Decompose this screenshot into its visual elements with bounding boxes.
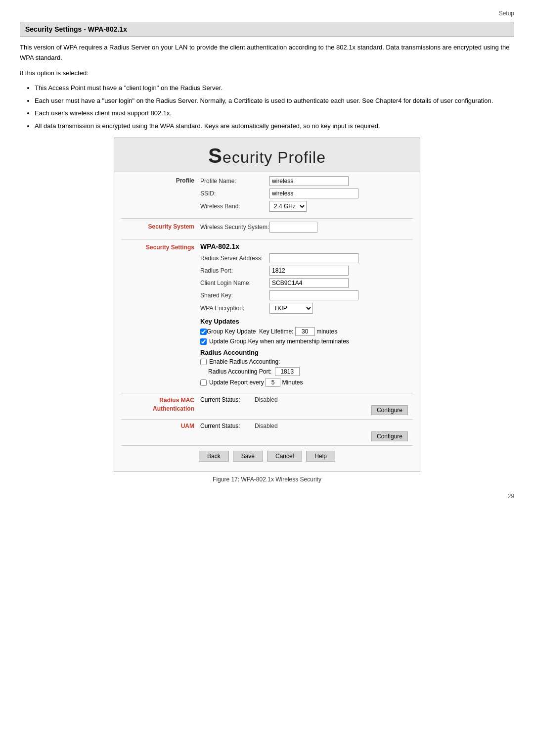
- shared-key-row: Shared Key:: [200, 290, 413, 300]
- shared-key-input[interactable]: [269, 290, 358, 300]
- wpa-encryption-label: WPA Encryption:: [200, 305, 269, 312]
- page-header: Setup: [20, 10, 514, 17]
- security-system-label: Security System: [121, 222, 200, 231]
- sp-inner-content: Profile Profile Name: SSID: Wireless Ban…: [114, 172, 420, 472]
- enable-radius-row: Enable Radius Accounting:: [200, 358, 413, 365]
- section-title: Security Settings - WPA-802.1x: [20, 22, 514, 37]
- wireless-band-row: Wireless Band: 2.4 GHz 5 GHz: [200, 201, 413, 212]
- ssid-input[interactable]: [269, 189, 358, 198]
- radius-accounting-port-input[interactable]: [275, 367, 300, 376]
- bullet-item-3: Each user's wireless client must support…: [35, 108, 514, 118]
- radius-mac-status-row: Current Status: Disabled: [200, 396, 413, 403]
- ssid-row: SSID:: [200, 189, 413, 198]
- minutes-label: minutes: [316, 328, 337, 335]
- if-selected-label: If this option is selected:: [20, 68, 514, 79]
- security-settings-title: WPA-802.1x: [200, 242, 413, 250]
- radius-mac-label: Radius MAC Authentication: [121, 396, 200, 413]
- bullet-item-1: This Access Point must have a "client lo…: [35, 83, 514, 93]
- uam-row: UAM Current Status: Disabled Configure: [121, 423, 413, 441]
- big-s: S: [208, 144, 222, 167]
- group-key-update-label: Group Key Update: [207, 328, 256, 335]
- radius-mac-status-label: Current Status:: [200, 396, 255, 403]
- uam-fields: Current Status: Disabled Configure: [200, 423, 413, 441]
- uam-status-row: Current Status: Disabled: [200, 423, 413, 429]
- save-button[interactable]: Save: [233, 451, 263, 462]
- radius-mac-row: Radius MAC Authentication Current Status…: [121, 396, 413, 415]
- setup-label: Setup: [499, 10, 514, 17]
- description-text: This version of WPA requires a Radius Se…: [20, 43, 514, 63]
- key-lifetime-label: Key Lifetime:: [259, 328, 293, 335]
- enable-radius-checkbox[interactable]: [200, 359, 207, 365]
- update-group-key-checkbox[interactable]: [200, 338, 207, 345]
- key-updates-title: Key Updates: [200, 318, 413, 325]
- security-profile-box: Security Profile Profile Profile Name: S…: [114, 138, 420, 472]
- radius-mac-fields: Current Status: Disabled Configure: [200, 396, 413, 415]
- bullet-item-2: Each user must have a "user login" on th…: [35, 96, 514, 106]
- key-lifetime-row: Group Key Update Key Lifetime: minutes: [200, 327, 413, 336]
- wpa-encryption-select[interactable]: TKIP AES TKIP+AES: [269, 303, 313, 314]
- bullet-list: This Access Point must have a "client lo…: [35, 83, 514, 131]
- radius-accounting-port-label: Radius Accounting Port:: [208, 368, 271, 375]
- help-button[interactable]: Help: [306, 451, 335, 462]
- wireless-band-label: Wireless Band:: [200, 203, 269, 210]
- uam-status-label: Current Status:: [200, 423, 255, 429]
- sp-header: Security Profile: [114, 138, 420, 172]
- update-report-row: Update Report every Minutes: [200, 378, 413, 387]
- divider-2: [121, 239, 413, 239]
- radius-server-label: Radius Server Address:: [200, 255, 269, 262]
- update-report-input[interactable]: [266, 378, 280, 387]
- sp-header-title: Security Profile: [114, 144, 420, 168]
- uam-label: UAM: [121, 423, 200, 429]
- title-rest: ecurity Profile: [222, 148, 326, 166]
- shared-key-label: Shared Key:: [200, 292, 269, 299]
- update-group-key-label: Update Group Key when any membership ter…: [209, 338, 349, 345]
- security-system-row: Security System Wireless Security System…: [121, 222, 413, 235]
- wireless-security-select[interactable]: WPA-802.1x WPA-PSK WPA2 None: [269, 222, 317, 233]
- update-report-label: Update Report every: [209, 379, 264, 386]
- enable-radius-label: Enable Radius Accounting:: [209, 358, 280, 365]
- profile-name-input[interactable]: [269, 176, 349, 186]
- client-login-row: Client Login Name:: [200, 278, 413, 288]
- client-login-label: Client Login Name:: [200, 280, 269, 286]
- profile-fields: Profile Name: SSID: Wireless Band: 2.4 G…: [200, 176, 413, 214]
- group-key-update-checkbox[interactable]: [200, 329, 207, 335]
- ssid-label: SSID:: [200, 190, 269, 197]
- security-settings-label: Security Settings: [121, 242, 200, 252]
- client-login-input[interactable]: [269, 278, 349, 288]
- security-system-fields: Wireless Security System: WPA-802.1x WPA…: [200, 222, 413, 235]
- radius-accounting-port-row: Radius Accounting Port:: [208, 367, 413, 376]
- section-title-text: Security Settings - WPA-802.1x: [25, 25, 127, 33]
- divider-3: [121, 393, 413, 393]
- profile-name-label: Profile Name:: [200, 178, 269, 185]
- uam-configure-wrapper: Configure: [200, 430, 413, 441]
- radius-mac-configure-button[interactable]: Configure: [371, 405, 408, 415]
- uam-status-value: Disabled: [255, 423, 278, 429]
- wireless-security-label: Wireless Security System:: [200, 224, 269, 231]
- update-report-checkbox[interactable]: [200, 379, 207, 386]
- bottom-buttons: Back Save Cancel Help: [121, 445, 413, 468]
- update-group-key-row: Update Group Key when any membership ter…: [200, 338, 413, 345]
- radius-server-input[interactable]: [269, 253, 358, 263]
- radius-server-row: Radius Server Address:: [200, 253, 413, 263]
- back-button[interactable]: Back: [199, 451, 229, 462]
- radius-mac-configure-wrapper: Configure: [200, 404, 413, 415]
- wpa-encryption-row: WPA Encryption: TKIP AES TKIP+AES: [200, 303, 413, 314]
- divider-1: [121, 218, 413, 219]
- figure-caption-text: Figure 17: WPA-802.1x Wireless Security: [213, 476, 321, 483]
- cancel-button[interactable]: Cancel: [267, 451, 302, 462]
- divider-4: [121, 419, 413, 420]
- security-settings-row: Security Settings WPA-802.1x Radius Serv…: [121, 242, 413, 389]
- radius-port-input[interactable]: [269, 266, 349, 276]
- profile-row: Profile Profile Name: SSID: Wireless Ban…: [121, 176, 413, 214]
- radius-accounting-title: Radius Accounting: [200, 349, 413, 356]
- page-number: 29: [20, 493, 514, 500]
- uam-configure-button[interactable]: Configure: [371, 431, 408, 441]
- figure-caption: Figure 17: WPA-802.1x Wireless Security: [20, 476, 514, 483]
- radius-port-row: Radius Port:: [200, 266, 413, 276]
- key-lifetime-input[interactable]: [295, 327, 315, 336]
- radius-port-label: Radius Port:: [200, 267, 269, 274]
- bullet-item-4: All data transmission is encrypted using…: [35, 121, 514, 131]
- profile-label: Profile: [121, 176, 200, 184]
- wireless-band-select[interactable]: 2.4 GHz 5 GHz: [269, 201, 307, 212]
- page-number-text: 29: [508, 493, 514, 500]
